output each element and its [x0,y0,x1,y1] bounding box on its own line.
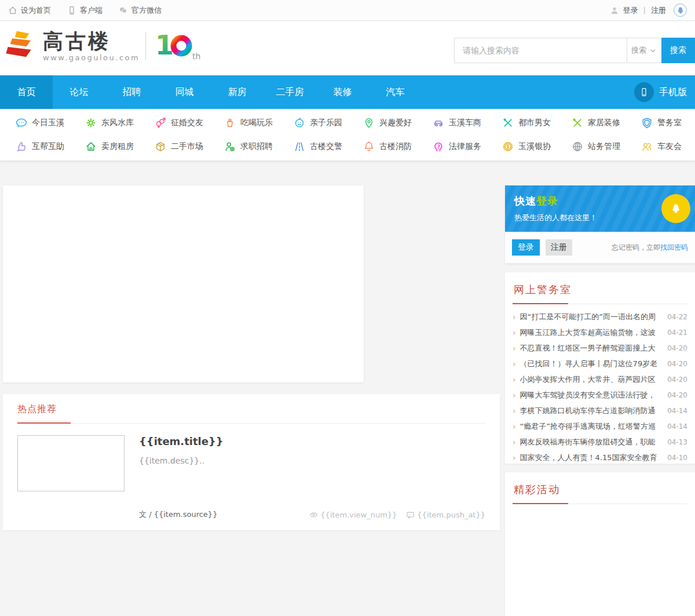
nav-tab-forum[interactable]: 论坛 [53,75,105,109]
recover-password-link[interactable]: 找回密码 [660,243,688,251]
heading-underline [513,303,568,304]
set-home-link[interactable]: 设为首页 [8,5,51,16]
quicklink-today-yuxi[interactable]: 今日玉溪 [0,111,70,135]
news-title: “瘾君子”抢夺得手逃离现场，红塔警方巡 [520,421,663,432]
arrow-marker-icon: › [513,375,516,384]
quicklink-bank-assoc[interactable]: 玉溪银协 [487,135,556,159]
quicklink-house-rent-sale[interactable]: 卖房租房 [70,135,139,159]
quicklink-label: 古楼交警 [310,141,342,152]
quicklink-car-dealers[interactable]: 玉溪车商 [417,111,487,135]
site-header: 高古楼 www.gaogulou.com 1 th [0,21,695,75]
hot-item-row[interactable]: {{item.title}} {{item.desc}}.. 文 / {{ite… [17,435,485,522]
news-date: 04-21 [667,329,687,337]
quick-login-title-prefix: 快速 [514,195,536,207]
news-item[interactable]: ›因“打工是不可能打工的”而一语出名的周04-22 [513,309,687,325]
wechat-icon [119,6,128,15]
nav-tab-home[interactable]: 首页 [0,75,53,109]
news-title: 国家安全，人人有责！4.15国家安全教育 [520,453,663,463]
quick-login-panel: 快速登录 热爱生活的人都在这里！ 登录 注册 忘记密码，立即找回密码 [505,185,695,264]
qq-quick-login-button[interactable] [661,194,690,223]
news-item[interactable]: ›不忍直视！红塔区一男子醉驾迎面撞上大04-20 [513,340,687,356]
nav-tab-new-house[interactable]: 新房 [211,75,264,109]
nav-tab-second-hand-house[interactable]: 二手房 [264,75,316,109]
news-item[interactable]: ›国家安全，人人有责！4.15国家安全教育04-10 [513,450,687,465]
site-logo[interactable]: 高古楼 www.gaogulou.com 1 th [6,29,204,63]
quicklink-police-office[interactable]: 警务室 [626,111,695,135]
pagoda-logo-icon [6,30,37,62]
heading-underline [17,422,71,424]
quicklink-label: 玉溪车商 [449,118,481,128]
quicklink-label: 家居装修 [588,118,620,128]
quicklink-traffic-police[interactable]: 古楼交警 [278,135,348,159]
client-app-link[interactable]: 客户端 [67,5,103,16]
baby-face-icon [294,117,305,129]
quicklink-car-club[interactable]: 车友会 [626,135,695,159]
quicklink-job-recruit[interactable]: 求职招聘 [209,135,278,159]
news-item[interactable]: ›小岗亭发挥大作用，大常井、葫芦园片区04-20 [513,371,687,387]
quicklink-mutual-help[interactable]: 互帮互助 [0,135,70,159]
quicklink-legal-service[interactable]: 法律服务 [417,135,487,159]
quicklink-label: 互帮互助 [32,141,64,152]
police-news-list: ›因“打工是不可能打工的”而一语出名的周04-22 ›网曝玉江路上大货车超高运输… [513,309,687,465]
nav-tab-local[interactable]: 同城 [158,75,211,109]
quick-login-subtitle: 热爱生活的人都在这里！ [514,213,686,223]
time-chip: {{item.push_at}} [406,511,485,519]
nav-tab-jobs[interactable]: 招聘 [105,75,158,109]
news-item[interactable]: ›网曝大车驾驶员没有安全意识违法行驶，04-20 [513,387,687,403]
news-title: 网曝大车驾驶员没有安全意识违法行驶， [520,390,663,400]
arrow-marker-icon: › [513,453,516,462]
quicklink-kids-park[interactable]: 亲子乐园 [278,111,348,135]
register-link[interactable]: 注册 [651,5,666,16]
hot-item-desc: {{item.desc}}.. [139,456,485,465]
quick-login-banner: 快速登录 热爱生活的人都在这里！ [505,185,695,232]
login-link[interactable]: 登录 [623,5,638,16]
quicklink-fire-dept[interactable]: 古楼消防 [348,135,417,159]
quicklink-dating[interactable]: 征婚交友 [139,111,209,135]
arrow-marker-icon: › [513,438,516,447]
search-category-dropdown[interactable]: 搜索 [627,38,661,63]
views-chip: {{item.view_num}} [309,511,397,519]
news-date: 04-22 [667,313,687,321]
quicklink-hobbies[interactable]: 兴趣爱好 [348,111,417,135]
activities-card: 精彩活动 [505,472,695,616]
hot-recommend-title: 热点推荐 [17,403,57,414]
question-head-icon [433,141,444,152]
carousel-placeholder[interactable] [3,185,364,382]
register-button[interactable]: 注册 [546,239,572,256]
police-office-header: 网上警务室 [513,279,687,304]
news-title: 网友反映福寿街车辆停放阻碍交通，职能 [520,437,663,447]
quicklink-dongfeng-reservoir[interactable]: 东风水库 [70,111,139,135]
search-button[interactable]: 搜索 [661,38,695,63]
mobile-version-link[interactable]: 手机版 [634,75,687,109]
police-office-title: 网上警务室 [514,284,572,296]
quicklink-city-men-women[interactable]: 都市男女 [487,111,556,135]
search-input[interactable] [454,38,627,63]
news-date: 04-20 [667,344,687,352]
quicklink-site-admin[interactable]: 站务管理 [556,135,626,159]
gear-icon [85,117,97,129]
news-date: 04-20 [667,376,687,384]
hot-item-title: {{item.title}} [139,435,485,447]
news-item[interactable]: ›（已找回！）寻人启事丨易门这位79岁老04-20 [513,356,687,371]
logo-text-block: 高古楼 www.gaogulou.com [43,30,140,62]
quicklink-food-fun[interactable]: 吃喝玩乐 [209,111,278,135]
news-item[interactable]: ›网曝玉江路上大货车超高运输货物，这波04-21 [513,325,687,340]
forgot-password-text: 忘记密码，立即找回密码 [612,243,688,253]
news-item[interactable]: ›“瘾君子”抢夺得手逃离现场，红塔警方巡04-14 [513,418,687,434]
mobile-phone-icon [67,6,76,15]
news-item[interactable]: ›李棋下姚路口机动车停车占道影响消防通04-14 [513,403,687,418]
hot-item-stats: {{item.view_num}} {{item.push_at}} [309,511,485,519]
nav-tab-cars[interactable]: 汽车 [369,75,422,109]
news-date: 04-20 [667,360,687,368]
qq-login-icon[interactable] [674,3,687,17]
quicklink-second-hand-market[interactable]: 二手市场 [139,135,209,159]
top-utility-bar: 设为首页 客户端 官方微信 登录 | 注册 [0,0,695,21]
news-item[interactable]: ›网友反映福寿街车辆停放阻碍交通，职能04-13 [513,434,687,450]
nav-tab-decoration[interactable]: 装修 [316,75,369,109]
search-category-label: 搜索 [631,45,646,56]
wechat-link[interactable]: 官方微信 [119,5,162,16]
quicklink-home-decor[interactable]: 家居装修 [556,111,626,135]
news-date: 04-14 [667,407,687,415]
arrow-marker-icon: › [513,422,516,431]
login-button[interactable]: 登录 [512,239,540,256]
